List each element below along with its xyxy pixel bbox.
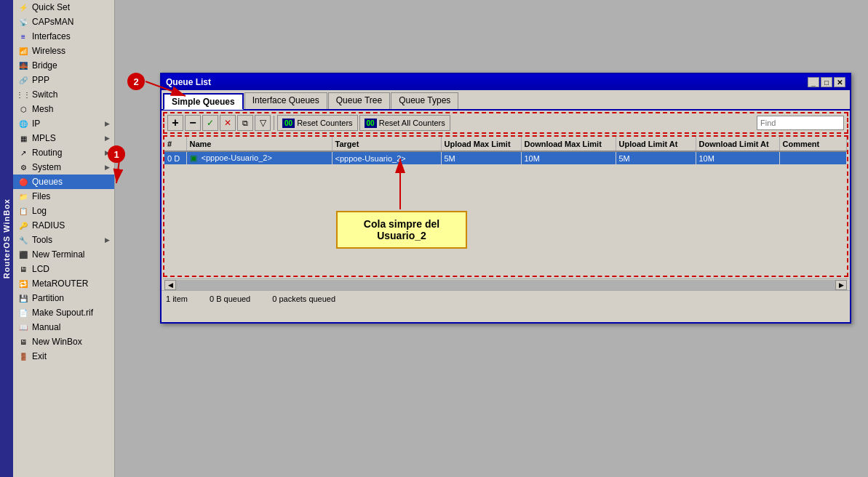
queue-tabs: Simple Queues Interface Queues Queue Tre…	[162, 90, 850, 111]
queue-titlebar: Queue List _ □ ✕	[162, 74, 850, 90]
tab-queue-tree[interactable]: Queue Tree	[328, 92, 390, 109]
sidebar-item-routing[interactable]: ↗ Routing ▶	[13, 145, 114, 160]
col-header-num[interactable]: #	[164, 137, 186, 151]
sidebar-item-files[interactable]: 📁 Files	[13, 189, 114, 204]
sidebar-item-capsman[interactable]: 📡 CAPsMAN	[13, 15, 114, 29]
enable-button[interactable]: ✓	[202, 115, 218, 131]
wireless-icon: 📶	[17, 45, 29, 57]
make-supout-icon: 📄	[17, 307, 29, 318]
sidebar-item-queues[interactable]: 🔴 Queues	[13, 175, 114, 189]
col-header-upload-max[interactable]: Upload Max Limit	[441, 137, 521, 151]
reset-counter-badge: 00	[282, 119, 295, 128]
system-arrow: ▶	[105, 164, 110, 171]
cell-comment	[779, 151, 847, 164]
sidebar-item-metarouter[interactable]: 🔁 MetaROUTER	[13, 276, 114, 291]
queue-table: # Name Target Upload Max Limit Download …	[164, 137, 847, 164]
reset-counters-button[interactable]: 00 Reset Counters	[277, 115, 358, 131]
winbox-label: RouterOS WinBox	[0, 0, 13, 477]
col-header-target[interactable]: Target	[332, 137, 441, 151]
log-icon: 📋	[17, 205, 29, 217]
sidebar-item-new-winbox[interactable]: 🖥 New WinBox	[13, 334, 114, 349]
queue-window-title: Queue List	[166, 77, 211, 87]
sidebar-label-metarouter: MetaROUTER	[32, 278, 88, 289]
sidebar-item-wireless[interactable]: 📶 Wireless	[13, 44, 114, 58]
bytes-queued: 0 B queued	[210, 294, 250, 303]
cell-target: <pppoe-Usuario_2>	[332, 151, 441, 164]
sidebar-label-capsman: CAPsMAN	[32, 17, 73, 27]
sidebar-item-interfaces[interactable]: ≡ Interfaces	[13, 29, 114, 44]
sidebar-item-exit[interactable]: 🚪 Exit	[13, 349, 114, 364]
sidebar-label-mesh: Mesh	[32, 104, 53, 114]
remove-button[interactable]: −	[185, 115, 201, 131]
sidebar-label-switch: Switch	[32, 89, 57, 100]
queue-table-container: # Name Target Upload Max Limit Download …	[163, 135, 848, 277]
sidebar-label-mpls: MPLS	[32, 133, 56, 143]
reset-all-counters-button[interactable]: 00 Reset All Counters	[359, 115, 450, 131]
sidebar-item-ip[interactable]: 🌐 IP ▶	[13, 116, 114, 131]
cell-num: 0 D	[164, 151, 186, 164]
queues-icon: 🔴	[17, 176, 29, 188]
sidebar-item-partition[interactable]: 💾 Partition	[13, 291, 114, 305]
close-button[interactable]: ✕	[834, 77, 845, 87]
sidebar-label-quick-set: Quick Set	[32, 2, 70, 12]
sidebar-label-make-supout: Make Supout.rif	[32, 308, 93, 318]
disable-button[interactable]: ✕	[220, 115, 236, 131]
add-button[interactable]: +	[167, 115, 183, 131]
sidebar-label-new-terminal: New Terminal	[32, 249, 84, 260]
sidebar-label-ip: IP	[32, 119, 40, 129]
sidebar-label-tools: Tools	[32, 235, 52, 245]
routing-icon: ↗	[17, 147, 29, 159]
sidebar-label-ppp: PPP	[32, 75, 49, 85]
copy-button[interactable]: ⧉	[237, 115, 253, 131]
sidebar-item-radius[interactable]: 🔑 RADIUS	[13, 218, 114, 233]
sidebar-item-mesh[interactable]: ⬡ Mesh	[13, 102, 114, 116]
packets-queued: 0 packets queued	[272, 294, 335, 303]
tab-queue-types[interactable]: Queue Types	[391, 92, 458, 109]
partition-icon: 💾	[17, 292, 29, 304]
sidebar-label-log: Log	[32, 206, 47, 216]
files-icon: 📁	[17, 191, 29, 202]
filter-button[interactable]: ▽	[255, 115, 271, 131]
annotation-badge-1: 1	[108, 145, 125, 163]
manual-icon: 📖	[17, 321, 29, 333]
sidebar-label-partition: Partition	[32, 293, 64, 303]
minimize-button[interactable]: _	[808, 77, 819, 87]
sidebar-item-manual[interactable]: 📖 Manual	[13, 320, 114, 334]
queue-statusbar: 1 item 0 B queued 0 packets queued	[162, 290, 850, 306]
col-header-comment[interactable]: Comment	[779, 137, 847, 151]
tab-simple-queues[interactable]: Simple Queues	[163, 93, 244, 110]
sidebar-item-mpls[interactable]: ▦ MPLS ▶	[13, 131, 114, 145]
scroll-left-arrow[interactable]: ◀	[164, 280, 176, 290]
radius-icon: 🔑	[17, 220, 29, 231]
sidebar-item-lcd[interactable]: 🖥 LCD	[13, 262, 114, 276]
capsman-icon: 📡	[17, 16, 29, 28]
ip-icon: 🌐	[17, 118, 29, 129]
tools-icon: 🔧	[17, 234, 29, 246]
sidebar-item-system[interactable]: ⚙ System ▶	[13, 160, 114, 175]
new-winbox-icon: 🖥	[17, 336, 29, 348]
quick-set-icon: ⚡	[17, 1, 29, 13]
table-row[interactable]: 0 D ▣ <pppoe-Usuario_2> <pppoe-Usuario_2…	[164, 151, 847, 164]
find-input[interactable]	[757, 116, 844, 130]
maximize-button[interactable]: □	[821, 77, 832, 87]
col-header-download-at[interactable]: Download Limit At	[696, 137, 779, 151]
sidebar-item-quick-set[interactable]: ⚡ Quick Set	[13, 0, 114, 15]
scroll-track[interactable]	[176, 280, 835, 290]
mpls-icon: ▦	[17, 132, 29, 144]
tools-arrow: ▶	[105, 236, 110, 244]
sidebar-item-tools[interactable]: 🔧 Tools ▶	[13, 233, 114, 247]
sidebar-item-new-terminal[interactable]: ⬛ New Terminal	[13, 247, 114, 262]
col-header-name[interactable]: Name	[186, 137, 332, 151]
sidebar-item-log[interactable]: 📋 Log	[13, 204, 114, 218]
horizontal-scrollbar[interactable]: ◀ ▶	[163, 278, 848, 290]
cell-upload-max: 5M	[441, 151, 521, 164]
sidebar-item-bridge[interactable]: 🌉 Bridge	[13, 58, 114, 73]
col-header-upload-at[interactable]: Upload Limit At	[616, 137, 696, 151]
sidebar-item-switch[interactable]: ⋮⋮ Switch	[13, 87, 114, 102]
sidebar-item-ppp[interactable]: 🔗 PPP	[13, 73, 114, 87]
col-header-download-max[interactable]: Download Max Limit	[521, 137, 616, 151]
exit-icon: 🚪	[17, 350, 29, 362]
scroll-right-arrow[interactable]: ▶	[835, 280, 847, 290]
sidebar-item-make-supout[interactable]: 📄 Make Supout.rif	[13, 305, 114, 320]
tab-interface-queues[interactable]: Interface Queues	[244, 92, 327, 109]
